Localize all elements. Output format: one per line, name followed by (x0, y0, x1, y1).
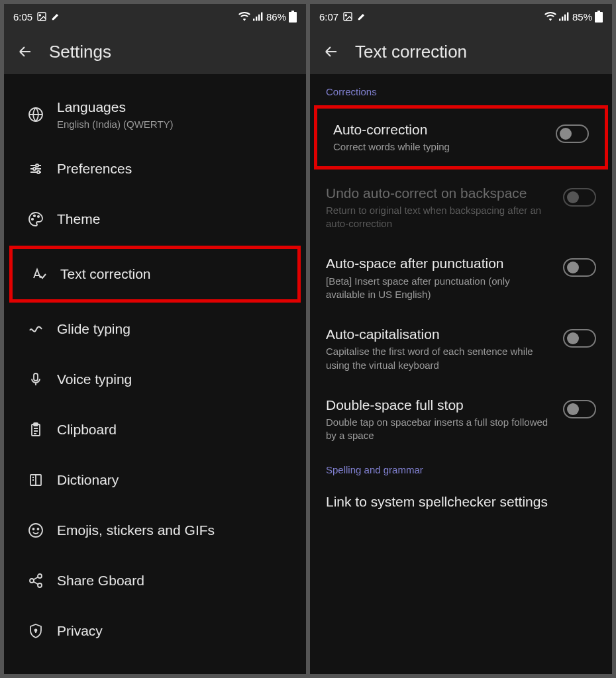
svg-rect-7 (291, 11, 294, 12)
list-item-languages[interactable]: Languages English (India) (QWERTY) (4, 86, 306, 144)
svg-rect-15 (34, 373, 38, 381)
item-title: Languages (57, 98, 290, 116)
svg-point-24 (38, 583, 42, 587)
list-item-share[interactable]: Share Gboard (4, 556, 306, 606)
list-item-auto-correction[interactable]: Auto-correction Correct words while typi… (317, 109, 605, 166)
svg-point-22 (38, 574, 42, 578)
status-time: 6:05 (13, 11, 32, 23)
mic-icon (15, 371, 57, 387)
status-time: 6:07 (319, 11, 338, 23)
list-item-emojis[interactable]: Emojis, stickers and GIFs (4, 505, 306, 556)
svg-point-23 (30, 579, 34, 583)
item-title: Emojis, stickers and GIFs (57, 521, 290, 539)
status-battery: 86% (266, 11, 286, 23)
section-corrections: Corrections (310, 86, 612, 103)
item-title: Privacy (57, 622, 290, 640)
svg-point-19 (29, 524, 42, 537)
list-item-undo-autocorrect: Undo auto-correct on backspace Return to… (310, 172, 612, 243)
settings-list: Languages English (India) (QWERTY) Prefe… (4, 74, 306, 674)
svg-rect-26 (344, 13, 352, 21)
back-arrow-icon[interactable] (323, 44, 339, 60)
phone-left: 6:05 86% Settings (4, 4, 306, 674)
header: Text correction (310, 29, 612, 74)
item-title: Text correction (60, 265, 287, 283)
list-item-preferences[interactable]: Preferences (4, 144, 306, 194)
highlight-box: Text correction (9, 246, 301, 303)
signal-icon (559, 12, 570, 21)
item-title: Link to system spellchecker settings (326, 493, 591, 510)
svg-point-21 (38, 528, 39, 530)
svg-point-11 (37, 171, 40, 173)
shield-icon (15, 623, 57, 639)
svg-rect-0 (38, 13, 46, 21)
list-item-privacy[interactable]: Privacy (4, 606, 306, 656)
item-title: Theme (57, 210, 290, 228)
item-title: Clipboard (57, 420, 290, 438)
item-subtitle: Double tap on spacebar inserts a full st… (326, 416, 550, 443)
item-title: Share Gboard (57, 571, 290, 589)
emoji-icon (15, 522, 57, 538)
toggle-auto-cap[interactable] (563, 329, 596, 348)
item-title: Auto-correction (333, 121, 542, 138)
list-item-auto-cap[interactable]: Auto-capitalisation Capitalise the first… (310, 313, 612, 384)
status-bar: 6:05 86% (4, 4, 306, 29)
svg-rect-29 (562, 17, 563, 21)
status-battery: 85% (572, 11, 592, 23)
wifi-icon (238, 12, 250, 21)
svg-rect-31 (567, 13, 568, 21)
text-correction-list: Corrections Auto-correction Correct word… (310, 74, 612, 674)
item-subtitle: English (India) (QWERTY) (57, 118, 290, 131)
list-item-auto-space[interactable]: Auto-space after punctuation [Beta] Inse… (310, 242, 612, 313)
svg-rect-28 (559, 19, 560, 21)
svg-rect-33 (597, 11, 600, 12)
list-item-clipboard[interactable]: Clipboard (4, 405, 306, 455)
item-title: Dictionary (57, 471, 290, 489)
clipboard-icon (15, 422, 57, 438)
list-item-glide-typing[interactable]: Glide typing (4, 304, 306, 354)
svg-point-9 (36, 164, 38, 167)
text-check-icon (18, 266, 60, 282)
section-spelling: Spelling and grammar (310, 455, 612, 481)
list-item-theme[interactable]: Theme (4, 194, 306, 244)
image-icon (36, 11, 47, 22)
back-arrow-icon[interactable] (17, 44, 33, 60)
item-title: Glide typing (57, 320, 290, 338)
share-icon (15, 573, 57, 589)
item-title: Voice typing (57, 370, 290, 388)
book-icon (15, 472, 57, 488)
svg-point-12 (32, 218, 33, 219)
item-subtitle: Correct words while typing (333, 140, 542, 154)
wifi-icon (544, 12, 556, 21)
image-icon (342, 11, 353, 22)
toggle-double-space[interactable] (563, 400, 596, 418)
svg-point-14 (38, 215, 39, 217)
svg-rect-6 (289, 12, 297, 23)
item-title: Double-space full stop (326, 396, 550, 414)
svg-point-10 (33, 168, 36, 170)
globe-icon (15, 107, 57, 122)
pencil-icon (51, 12, 60, 21)
phone-right: 6:07 85% Text correction C (310, 4, 612, 674)
svg-rect-30 (564, 15, 566, 21)
toggle-auto-correction[interactable] (556, 124, 589, 143)
pencil-icon (357, 12, 366, 21)
list-item-dictionary[interactable]: Dictionary (4, 455, 306, 505)
item-title: Auto-space after punctuation (326, 254, 550, 272)
svg-point-1 (40, 15, 41, 16)
header: Settings (4, 29, 306, 74)
item-title: Preferences (57, 160, 290, 177)
item-subtitle: Return to original text when backspacing… (326, 204, 550, 231)
item-subtitle: Capitalise the first word of each senten… (326, 345, 550, 372)
list-item-text-correction[interactable]: Text correction (13, 249, 297, 299)
highlight-box: Auto-correction Correct words while typi… (314, 105, 608, 170)
list-item-double-space[interactable]: Double-space full stop Double tap on spa… (310, 384, 612, 455)
svg-rect-2 (253, 19, 254, 21)
page-title: Settings (49, 42, 111, 62)
list-item-spellchecker[interactable]: Link to system spellchecker settings (310, 481, 612, 522)
svg-point-13 (34, 215, 35, 216)
palette-icon (15, 211, 57, 227)
status-bar: 6:07 85% (310, 4, 612, 29)
signal-icon (253, 12, 264, 21)
list-item-voice-typing[interactable]: Voice typing (4, 354, 306, 405)
toggle-auto-space[interactable] (563, 258, 596, 277)
